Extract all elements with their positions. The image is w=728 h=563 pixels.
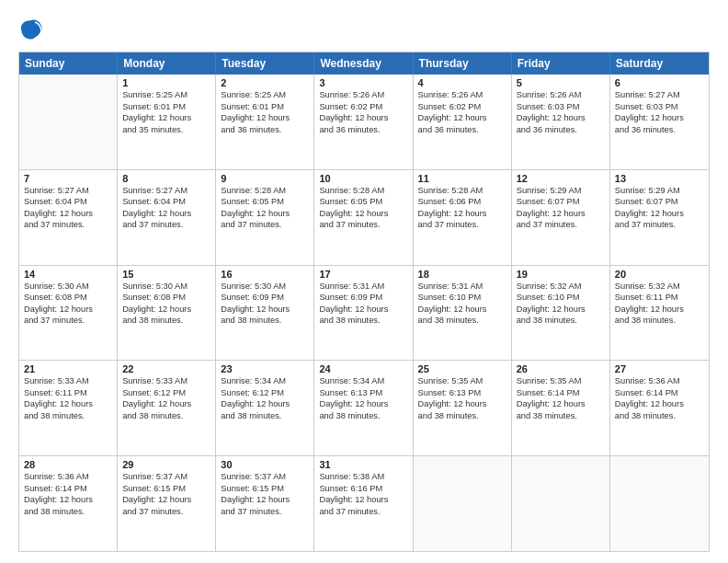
cell-info-line: Sunrise: 5:35 AM: [517, 375, 605, 387]
cell-info-line: Daylight: 12 hours: [418, 398, 506, 410]
calendar-cell: 30Sunrise: 5:37 AMSunset: 6:15 PMDayligh…: [216, 456, 314, 551]
cell-info-line: Sunset: 6:08 PM: [122, 292, 210, 304]
cell-info-line: Sunrise: 5:34 AM: [221, 375, 309, 387]
calendar-cell: 25Sunrise: 5:35 AMSunset: 6:13 PMDayligh…: [414, 361, 512, 455]
day-number: 29: [122, 459, 210, 470]
calendar: SundayMondayTuesdayWednesdayThursdayFrid…: [18, 52, 710, 552]
calendar-cell: 10Sunrise: 5:28 AMSunset: 6:05 PMDayligh…: [314, 170, 413, 265]
day-number: 25: [418, 363, 506, 374]
cell-info-line: and 36 minutes.: [319, 124, 407, 136]
page: SundayMondayTuesdayWednesdayThursdayFrid…: [0, 0, 728, 563]
cell-info-line: Sunset: 6:07 PM: [615, 196, 704, 208]
cell-info-line: Sunrise: 5:34 AM: [319, 375, 407, 387]
cell-info-line: Sunset: 6:01 PM: [221, 101, 309, 113]
calendar-cell: 29Sunrise: 5:37 AMSunset: 6:15 PMDayligh…: [118, 456, 216, 551]
cell-info-line: Sunrise: 5:36 AM: [24, 471, 112, 483]
day-number: 14: [24, 269, 112, 280]
day-number: 22: [122, 363, 210, 374]
cell-info-line: and 37 minutes.: [221, 219, 309, 231]
cell-info-line: Sunset: 6:06 PM: [418, 196, 506, 208]
calendar-cell: 13Sunrise: 5:29 AMSunset: 6:07 PMDayligh…: [610, 170, 709, 265]
cell-info-line: Daylight: 12 hours: [24, 304, 112, 316]
cell-info-line: and 37 minutes.: [517, 219, 605, 231]
cell-info-line: Daylight: 12 hours: [319, 398, 407, 410]
cell-info-line: Sunset: 6:13 PM: [319, 387, 407, 399]
day-number: 7: [24, 173, 112, 184]
day-number: 13: [615, 173, 704, 184]
cell-info-line: Daylight: 12 hours: [122, 208, 210, 220]
day-number: 23: [221, 363, 309, 374]
cell-info-line: Sunset: 6:05 PM: [221, 196, 309, 208]
day-number: 20: [615, 269, 704, 280]
day-number: 19: [517, 269, 605, 280]
calendar-cell: 9Sunrise: 5:28 AMSunset: 6:05 PMDaylight…: [216, 170, 314, 265]
cell-info-line: Sunset: 6:11 PM: [615, 292, 704, 304]
cell-info-line: Daylight: 12 hours: [517, 112, 605, 124]
day-number: 1: [122, 77, 210, 88]
cell-info-line: Sunrise: 5:27 AM: [615, 89, 704, 101]
weekday-header: Sunday: [19, 52, 118, 75]
calendar-cell: 16Sunrise: 5:30 AMSunset: 6:09 PMDayligh…: [216, 266, 314, 361]
cell-info-line: Sunset: 6:09 PM: [319, 292, 407, 304]
day-number: 12: [517, 173, 605, 184]
cell-info-line: and 37 minutes.: [319, 219, 407, 231]
cell-info-line: Daylight: 12 hours: [615, 112, 704, 124]
cell-info-line: Daylight: 12 hours: [24, 208, 112, 220]
weekday-header: Tuesday: [216, 52, 314, 75]
cell-info-line: Daylight: 12 hours: [221, 494, 309, 506]
cell-info-line: Daylight: 12 hours: [122, 304, 210, 316]
cell-info-line: Sunrise: 5:37 AM: [221, 471, 309, 483]
calendar-cell: [610, 456, 709, 551]
cell-info-line: Daylight: 12 hours: [122, 494, 210, 506]
calendar-cell: [512, 456, 610, 551]
calendar-cell: 17Sunrise: 5:31 AMSunset: 6:09 PMDayligh…: [314, 266, 413, 361]
cell-info-line: Sunset: 6:15 PM: [221, 483, 309, 495]
cell-info-line: Sunset: 6:15 PM: [122, 483, 210, 495]
calendar-cell: 26Sunrise: 5:35 AMSunset: 6:14 PMDayligh…: [512, 361, 610, 455]
cell-info-line: Daylight: 12 hours: [615, 304, 704, 316]
calendar-header: SundayMondayTuesdayWednesdayThursdayFrid…: [19, 52, 709, 75]
calendar-cell: 19Sunrise: 5:32 AMSunset: 6:10 PMDayligh…: [512, 266, 610, 361]
logo: [18, 17, 48, 42]
cell-info-line: Sunrise: 5:33 AM: [24, 375, 112, 387]
cell-info-line: Sunset: 6:01 PM: [122, 101, 210, 113]
day-number: 18: [418, 269, 506, 280]
calendar-cell: 22Sunrise: 5:33 AMSunset: 6:12 PMDayligh…: [118, 361, 216, 455]
cell-info-line: Sunrise: 5:32 AM: [517, 281, 605, 293]
cell-info-line: and 35 minutes.: [122, 124, 210, 136]
cell-info-line: Sunrise: 5:29 AM: [615, 185, 704, 197]
calendar-row: 28Sunrise: 5:36 AMSunset: 6:14 PMDayligh…: [19, 455, 709, 551]
cell-info-line: Daylight: 12 hours: [221, 112, 309, 124]
cell-info-line: Daylight: 12 hours: [418, 112, 506, 124]
day-number: 2: [221, 77, 309, 88]
cell-info-line: Sunset: 6:04 PM: [24, 196, 112, 208]
calendar-cell: 7Sunrise: 5:27 AMSunset: 6:04 PMDaylight…: [19, 170, 118, 265]
cell-info-line: Sunrise: 5:31 AM: [418, 281, 506, 293]
calendar-cell: 23Sunrise: 5:34 AMSunset: 6:12 PMDayligh…: [216, 361, 314, 455]
calendar-cell: 18Sunrise: 5:31 AMSunset: 6:10 PMDayligh…: [414, 266, 512, 361]
calendar-cell: [19, 75, 118, 169]
cell-info-line: Sunset: 6:14 PM: [24, 483, 112, 495]
cell-info-line: Daylight: 12 hours: [319, 494, 407, 506]
cell-info-line: Sunrise: 5:25 AM: [122, 89, 210, 101]
cell-info-line: and 37 minutes.: [615, 219, 704, 231]
cell-info-line: Sunrise: 5:27 AM: [24, 185, 112, 197]
calendar-cell: 6Sunrise: 5:27 AMSunset: 6:03 PMDaylight…: [610, 75, 709, 169]
cell-info-line: Sunrise: 5:26 AM: [517, 89, 605, 101]
cell-info-line: and 38 minutes.: [615, 410, 704, 422]
cell-info-line: Sunrise: 5:36 AM: [615, 375, 704, 387]
cell-info-line: and 38 minutes.: [24, 506, 112, 518]
day-number: 8: [122, 173, 210, 184]
cell-info-line: Sunrise: 5:28 AM: [418, 185, 506, 197]
calendar-cell: 12Sunrise: 5:29 AMSunset: 6:07 PMDayligh…: [512, 170, 610, 265]
cell-info-line: and 37 minutes.: [24, 219, 112, 231]
day-number: 17: [319, 269, 407, 280]
cell-info-line: and 38 minutes.: [221, 410, 309, 422]
cell-info-line: Sunrise: 5:28 AM: [221, 185, 309, 197]
calendar-cell: 2Sunrise: 5:25 AMSunset: 6:01 PMDaylight…: [216, 75, 314, 169]
cell-info-line: and 38 minutes.: [122, 315, 210, 327]
cell-info-line: Sunrise: 5:28 AM: [319, 185, 407, 197]
cell-info-line: Sunset: 6:03 PM: [615, 101, 704, 113]
cell-info-line: and 36 minutes.: [418, 124, 506, 136]
cell-info-line: Sunset: 6:14 PM: [615, 387, 704, 399]
